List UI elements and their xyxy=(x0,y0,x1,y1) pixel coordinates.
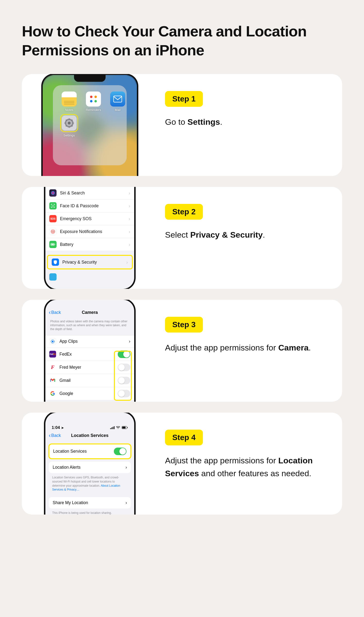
step-3-phone: ‹ Back Camera Photos and videos taken wi… xyxy=(44,300,136,402)
navbar-title: Location Services xyxy=(71,433,108,438)
faceid-icon xyxy=(49,202,57,210)
navbar-camera: ‹ Back Camera xyxy=(45,308,134,318)
appclips-icon xyxy=(49,338,56,345)
location-alerts-section: Location Alerts › xyxy=(49,462,131,473)
step-2-text-bold: Privacy & Security xyxy=(190,230,263,239)
settings-highlight xyxy=(60,114,78,132)
mail-icon xyxy=(110,92,125,106)
row-appclips: App Clips › xyxy=(45,335,134,348)
chevron-left-icon: ‹ xyxy=(49,434,51,437)
step-4-text: Adjust the app permissions for Location … xyxy=(165,454,328,480)
location-services-toggle xyxy=(114,447,126,455)
settings-list: Wallpaper › StandBy › Siri xyxy=(45,187,134,251)
svg-rect-28 xyxy=(113,427,113,429)
step-3-text: Adjust the app permissions for Camera. xyxy=(165,341,328,354)
mail-app: Mail xyxy=(107,92,129,112)
svg-point-25 xyxy=(52,341,54,342)
next-section-peek-icon xyxy=(49,273,57,281)
svg-point-18 xyxy=(52,231,53,232)
step-4-phone: 1:04 ➤ xyxy=(44,413,136,514)
svg-point-3 xyxy=(68,122,71,125)
step-1-text-bold: Settings xyxy=(188,117,220,126)
svg-point-19 xyxy=(52,230,54,233)
row-battery: Battery › xyxy=(45,238,134,251)
reminders-label: Reminders xyxy=(86,108,101,112)
row-share-location: Share My Location › xyxy=(49,497,131,509)
share-location-section: Share My Location › xyxy=(49,497,131,509)
chevron-right-icon: › xyxy=(126,260,128,265)
chevron-right-icon: › xyxy=(125,465,127,470)
chevron-right-icon: › xyxy=(125,500,127,505)
fredmeyer-icon: F xyxy=(49,364,56,371)
camera-description: Photos and videos taken with the camera … xyxy=(45,318,134,335)
location-arrow-icon: ➤ xyxy=(61,426,64,430)
svg-rect-22 xyxy=(55,244,55,245)
google-toggle xyxy=(118,390,130,397)
step-2-card: Wallpaper › StandBy › Siri xyxy=(22,187,342,289)
chevron-right-icon: › xyxy=(129,190,130,196)
back-button: ‹ Back xyxy=(49,433,61,438)
navbar-title: Camera xyxy=(82,310,98,315)
row-location-alerts: Location Alerts › xyxy=(49,462,131,473)
svg-rect-32 xyxy=(122,426,126,428)
row-faceid: Face ID & Passcode › xyxy=(45,199,134,212)
step-3-text-post: . xyxy=(309,343,311,352)
siri-icon xyxy=(49,189,57,197)
step-4-text-post: and other features as needed. xyxy=(199,469,311,478)
battery-icon xyxy=(49,241,57,248)
page-title: How to Check Your Camera and Location Pe… xyxy=(22,22,342,59)
step-3-card: ‹ Back Camera Photos and videos taken wi… xyxy=(22,300,342,402)
privacy-icon xyxy=(52,259,59,266)
row-gmail: Gmail xyxy=(45,374,134,387)
svg-point-16 xyxy=(52,205,52,206)
status-bar: 1:04 ➤ xyxy=(45,424,134,431)
chevron-right-icon: › xyxy=(129,339,130,344)
row-exposure: Exposure Notifications › xyxy=(45,225,134,238)
reminders-app: Reminders xyxy=(82,92,104,112)
dynamic-island xyxy=(45,417,74,424)
wifi-icon xyxy=(116,426,120,430)
chevron-right-icon: › xyxy=(129,229,130,235)
step-2-text: Select Privacy & Security. xyxy=(165,228,328,241)
chevron-right-icon: › xyxy=(129,203,130,209)
step-3-text-bold: Camera xyxy=(278,343,309,352)
chevron-right-icon: › xyxy=(129,216,130,222)
gmail-toggle xyxy=(118,377,130,384)
step-1-badge: Step 1 xyxy=(165,91,203,107)
chevron-left-icon: ‹ xyxy=(49,311,51,314)
step-1-phone: Notes Reminders xyxy=(41,74,138,176)
row-fedex: FedEx FedEx xyxy=(45,348,134,361)
row-privacy: Privacy & Security › xyxy=(48,256,132,268)
mail-label: Mail xyxy=(115,108,121,112)
step-2-text-post: . xyxy=(263,230,265,239)
row-location-services: Location Services xyxy=(49,445,130,458)
notes-icon xyxy=(62,92,77,106)
phone-notch xyxy=(74,75,105,82)
share-footnote: This iPhone is being used for location s… xyxy=(45,509,134,514)
navbar-location: ‹ Back Location Services xyxy=(45,431,134,441)
back-button: ‹ Back xyxy=(49,310,61,315)
notes-app: Notes xyxy=(58,92,80,112)
notes-label: Notes xyxy=(65,108,73,112)
step-1-card: Notes Reminders xyxy=(22,74,342,176)
status-time: 1:04 ➤ xyxy=(52,425,64,430)
step-4-text-pre: Adjust the app permissions for xyxy=(165,456,278,465)
row-fredmeyer: F Fred Meyer xyxy=(45,361,134,374)
gmail-icon xyxy=(49,377,56,384)
row-google: Google xyxy=(45,387,134,400)
svg-rect-31 xyxy=(127,427,128,428)
step-1-text-pre: Go to xyxy=(165,117,188,126)
svg-rect-23 xyxy=(51,244,54,245)
svg-rect-29 xyxy=(114,426,115,429)
step-3-badge: Step 3 xyxy=(165,317,203,332)
location-services-highlight: Location Services xyxy=(48,444,131,459)
app-folder: Notes Reminders xyxy=(53,85,127,165)
settings-icon xyxy=(62,116,77,131)
step-2-phone: Wallpaper › StandBy › Siri xyxy=(44,187,136,289)
svg-point-17 xyxy=(53,205,54,206)
step-2-badge: Step 2 xyxy=(165,204,203,220)
step-1-text: Go to Settings. xyxy=(165,116,328,128)
fedex-icon: FedEx xyxy=(49,351,56,357)
reminders-icon xyxy=(86,92,101,106)
step-4-card: 1:04 ➤ xyxy=(22,413,342,514)
